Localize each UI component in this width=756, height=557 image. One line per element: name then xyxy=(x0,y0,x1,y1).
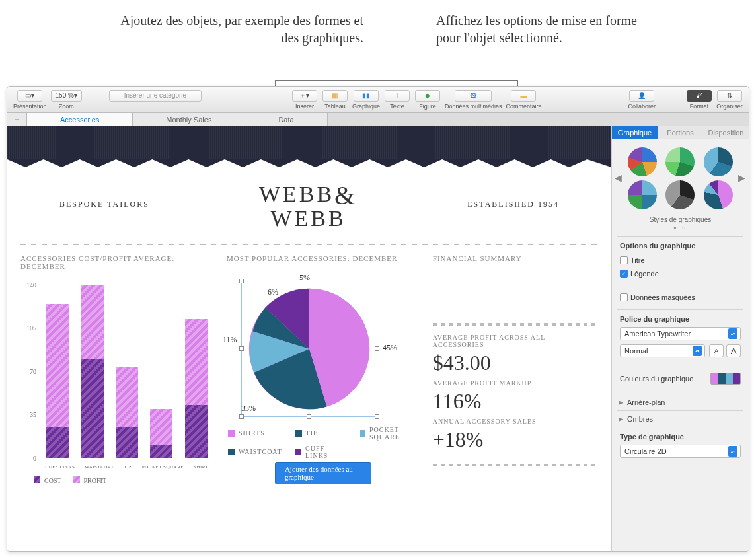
font-family-select[interactable]: American Typewriter▴▾ xyxy=(620,327,741,340)
zoom-select[interactable]: 150 % ▾Zoom xyxy=(51,90,82,110)
collaborate-button[interactable]: 👤Collaborer xyxy=(628,90,656,110)
font-larger-button[interactable]: A xyxy=(726,344,741,357)
summary-label-1: AVERAGE PROFIT ACROSS ALL ACCESSORIES xyxy=(433,334,598,348)
bar-chart-title: ACCESSORIES COST/PROFIT AVERAGE: DECEMBE… xyxy=(20,254,213,270)
brand-right: — ESTABLISHED 1954 — xyxy=(455,200,572,209)
organize-button[interactable]: ⇅Organiser xyxy=(716,90,743,110)
callout-format-options: Affichez les options de mise en forme po… xyxy=(436,12,638,46)
chart-type-select[interactable]: Circulaire 2D▴▾ xyxy=(620,445,741,458)
summary-value-2: 116% xyxy=(433,389,598,414)
background-disclosure[interactable]: ▶Arrière-plan xyxy=(617,394,743,410)
app-window: ▭▾Présentation 150 % ▾Zoom Insérer une c… xyxy=(7,86,749,552)
add-sheet-button[interactable]: ＋ xyxy=(7,113,27,126)
inspector-tab-chart[interactable]: Graphique xyxy=(612,126,658,139)
presentation-button[interactable]: ▭▾Présentation xyxy=(13,90,47,110)
media-button[interactable]: 🖼Données multimédias xyxy=(445,90,502,110)
inspector-tab-wedges[interactable]: Portions xyxy=(658,126,703,139)
chart-options-heading: Options du graphique xyxy=(620,242,741,250)
chart-type-heading: Type de graphique xyxy=(620,433,741,441)
legend-checkbox[interactable]: ✓Légende xyxy=(620,270,659,278)
shape-button[interactable]: ◆Figure xyxy=(414,90,441,110)
inspector-tab-layout[interactable]: Disposition xyxy=(703,126,749,139)
chart-style-option[interactable] xyxy=(628,147,657,176)
chart-colors-label: Couleurs du graphique xyxy=(620,375,693,383)
chart-style-option[interactable] xyxy=(665,180,695,209)
chart-styles-grid xyxy=(617,145,743,212)
font-style-select[interactable]: Normal▴▾ xyxy=(620,344,705,357)
bar-chart-legend: COST PROFIT xyxy=(20,476,106,484)
add-chart-data-button[interactable]: Ajouter des données au graphique xyxy=(275,462,371,484)
chart-style-option[interactable] xyxy=(704,180,733,209)
chart-font-heading: Police du graphique xyxy=(620,315,741,323)
sheet-canvas[interactable]: — BESPOKE TAILORS — WEBB&WEBB — ESTABLIS… xyxy=(7,126,611,552)
toolbar: ▭▾Présentation 150 % ▾Zoom Insérer une c… xyxy=(7,87,749,113)
inspector-panel: Graphique Portions Disposition ◀ ▶ xyxy=(611,126,749,552)
pie-chart-title: MOST POPULAR ACCESSORIES: DECEMBER xyxy=(227,254,420,262)
chart-style-option[interactable] xyxy=(628,180,657,209)
brand-logo: WEBB&WEBB xyxy=(259,179,358,231)
bar-chart[interactable]: 140 105 70 35 0 xyxy=(20,279,213,484)
summary-label-3: ANNUAL ACCESSORY SALES xyxy=(433,418,598,425)
format-button[interactable]: 🖌Format xyxy=(686,90,712,110)
sheet-tab-accessories[interactable]: Accessories xyxy=(27,113,133,126)
shadow-disclosure[interactable]: ▶Ombres xyxy=(617,410,743,427)
callout-add-objects: Ajoutez des objets, par exemple des form… xyxy=(112,12,363,46)
font-smaller-button[interactable]: A xyxy=(709,344,724,357)
chart-button[interactable]: ▮▮Graphique xyxy=(352,90,380,110)
summary-value-1: $43.00 xyxy=(433,351,598,375)
sheet-tab-data[interactable]: Data xyxy=(245,113,327,126)
chart-style-option[interactable] xyxy=(704,147,733,176)
sheet-tabs: ＋ Accessories Monthly Sales Data xyxy=(7,113,749,126)
summary-value-3: +18% xyxy=(433,427,598,452)
pie-chart-legend: SHIRTS TIE POCKET SQUARE WAISTCOAT CUFF … xyxy=(228,426,420,459)
insert-button[interactable]: ＋▾Insérer xyxy=(291,90,318,110)
chart-style-option[interactable] xyxy=(665,147,695,176)
brand-left: — BESPOKE TAILORS — xyxy=(47,200,162,209)
pie-chart[interactable]: 45% 33% 11% 6% 5% SHIRTS TIE POCKET SQUA… xyxy=(227,272,420,496)
text-button[interactable]: TTexte xyxy=(384,90,410,110)
insert-category-field[interactable]: Insérer une catégorie xyxy=(106,90,205,110)
title-checkbox[interactable]: Titre xyxy=(620,256,645,264)
sheet-tab-monthly-sales[interactable]: Monthly Sales xyxy=(133,113,245,126)
hidden-data-checkbox[interactable]: Données masquées xyxy=(620,293,695,301)
summary-label-2: AVERAGE PROFIT MARKUP xyxy=(433,379,598,387)
table-button[interactable]: ▦Tableau xyxy=(322,90,348,110)
comment-button[interactable]: ▬Commentaire xyxy=(506,90,541,110)
chart-styles-label: Styles de graphiques xyxy=(617,216,743,223)
summary-title: FINANCIAL SUMMARY xyxy=(433,254,598,262)
chart-colors-button[interactable] xyxy=(710,373,741,385)
